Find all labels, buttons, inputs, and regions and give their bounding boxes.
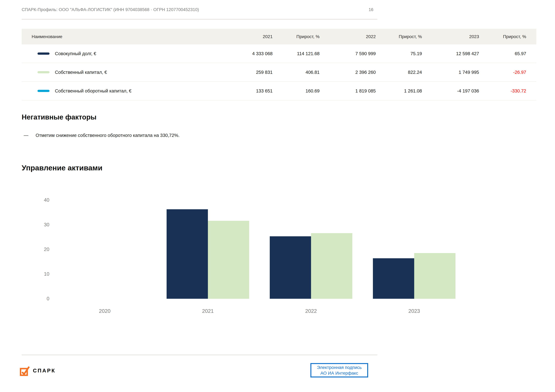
legend-swatch (37, 71, 50, 73)
x-axis-tick-label: 2020 (87, 308, 122, 314)
table-row: Собственный оборотный капитал, €133 6511… (22, 82, 536, 100)
asset-management-heading: Управление активами (22, 164, 102, 172)
value-cell: 1 819 085 (320, 88, 376, 93)
column-header-growth-2: Прирост, % (376, 34, 422, 39)
y-axis-tick-label: 10 (37, 271, 49, 277)
x-axis-tick-label: 2021 (190, 308, 225, 314)
financials-table: Наименование 2021 Прирост, % 2022 Прирос… (22, 29, 536, 100)
legend-swatch (37, 52, 50, 55)
y-axis-tick-label: 30 (37, 222, 49, 228)
value-cell: 75.19 (376, 51, 422, 56)
spark-checkbox-icon (19, 365, 31, 377)
page-header-title: СПАРК-Профиль: ООО "АЛЬФА-ЛОГИСТИК" (ИНН… (22, 7, 199, 12)
value-cell: 259 831 (226, 70, 273, 75)
x-axis-tick-label: 2022 (294, 308, 329, 314)
asset-chart: 0102030402020202120222023 (0, 194, 498, 321)
bar-series-navy-2021 (167, 209, 208, 299)
table-body: Совокупный долг, €4 333 068114 121.687 5… (22, 44, 536, 100)
value-cell: 160.69 (273, 88, 320, 93)
header-divider (22, 19, 377, 19)
spark-logo-text: СПАРК (33, 368, 56, 374)
table-row: Собственный капитал, €259 831406.812 396… (22, 63, 536, 82)
page-number: 16 (354, 7, 373, 12)
bar-series-green-2022 (311, 233, 352, 299)
value-cell: 7 590 999 (320, 51, 376, 56)
column-header-2021: 2021 (226, 34, 273, 39)
value-cell: 2 396 260 (320, 70, 376, 75)
value-cell: 1 261.08 (376, 88, 422, 93)
row-name-cell: Собственный оборотный капитал, € (22, 88, 226, 93)
footer-divider (22, 355, 377, 355)
column-header-2023: 2023 (422, 34, 479, 39)
negative-factor-item: — Отметим снижение собственного оборотно… (24, 133, 180, 138)
row-label: Собственный капитал, € (55, 70, 107, 75)
value-cell: -26.97 (479, 70, 526, 75)
bullet-dash: — (24, 133, 36, 138)
bar-series-green-2021 (208, 221, 249, 299)
value-cell: 114 121.68 (273, 51, 320, 56)
y-axis-tick-label: 0 (37, 296, 49, 302)
negative-factors-heading: Негативные факторы (22, 113, 96, 121)
value-cell: 822.24 (376, 70, 422, 75)
value-cell: 65.97 (479, 51, 526, 56)
y-axis-tick-label: 20 (37, 246, 49, 252)
legend-swatch (37, 90, 50, 92)
column-header-growth-3: Прирост, % (479, 34, 526, 39)
bar-series-green-2023 (414, 253, 455, 299)
electronic-signature-stamp: Электронная подпись АО ИА Интерфакс (310, 363, 368, 378)
row-label: Совокупный долг, € (55, 51, 96, 56)
stamp-line-2: АО ИА Интерфакс (320, 370, 358, 376)
bar-series-navy-2023 (373, 258, 414, 299)
bar-series-navy-2022 (270, 236, 311, 299)
stamp-line-1: Электронная подпись (317, 365, 362, 370)
value-cell: 133 651 (226, 88, 273, 93)
column-header-2022: 2022 (320, 34, 376, 39)
value-cell: 4 333 068 (226, 51, 273, 56)
x-axis-tick-label: 2023 (397, 308, 431, 314)
spark-logo: СПАРК (19, 365, 56, 377)
row-name-cell: Собственный капитал, € (22, 70, 226, 75)
y-axis-tick-label: 40 (37, 197, 49, 203)
row-name-cell: Совокупный долг, € (22, 51, 226, 56)
value-cell: 12 598 427 (422, 51, 479, 56)
column-header-name: Наименование (22, 34, 226, 39)
table-header-row: Наименование 2021 Прирост, % 2022 Прирос… (22, 29, 536, 44)
negative-factor-text: Отметим снижение собственного оборотного… (36, 133, 180, 138)
column-header-growth-1: Прирост, % (273, 34, 320, 39)
value-cell: 1 749 995 (422, 70, 479, 75)
value-cell: 406.81 (273, 70, 320, 75)
row-label: Собственный оборотный капитал, € (55, 88, 131, 93)
value-cell: -4 197 036 (422, 88, 479, 93)
value-cell: -330.72 (479, 88, 526, 93)
table-row: Совокупный долг, €4 333 068114 121.687 5… (22, 44, 536, 63)
